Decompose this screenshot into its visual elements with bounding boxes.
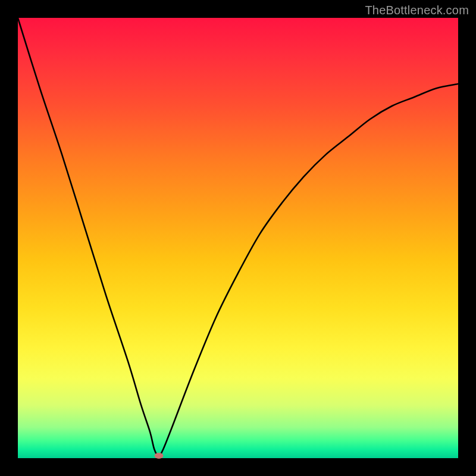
watermark-text: TheBottleneck.com xyxy=(365,4,469,17)
optimal-point-marker xyxy=(154,453,163,459)
chart-frame: TheBottleneck.com xyxy=(0,0,476,476)
bottleneck-curve xyxy=(18,18,458,456)
curve-layer xyxy=(18,18,458,458)
plot-area xyxy=(18,18,458,458)
